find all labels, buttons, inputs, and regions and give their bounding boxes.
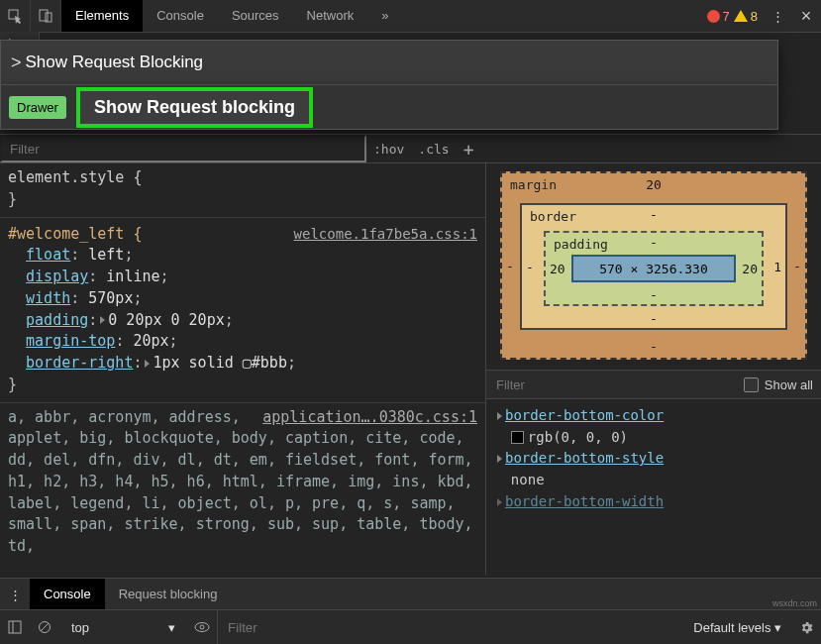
styles-filter-input[interactable]: [0, 135, 366, 162]
tab-elements[interactable]: Elements: [61, 0, 143, 32]
live-expression-icon[interactable]: [187, 621, 217, 633]
expand-icon[interactable]: [497, 455, 502, 463]
devtools-toolbar: Elements Console Sources Network » 7 8 ⋮…: [0, 0, 821, 33]
device-icon[interactable]: [31, 0, 61, 32]
console-sidebar-icon[interactable]: [0, 620, 30, 634]
svg-point-8: [200, 625, 204, 629]
command-prompt-icon: >: [11, 53, 22, 73]
drawer-tab-console[interactable]: Console: [30, 579, 105, 610]
cls-toggle[interactable]: .cls: [411, 142, 456, 157]
box-model[interactable]: margin 20 - - - border - - - 1 padding -…: [500, 171, 807, 360]
expand-icon[interactable]: [497, 412, 502, 420]
selector-list: a, abbr, acronym, address, applet, big, …: [8, 408, 473, 556]
svg-line-6: [41, 623, 49, 631]
console-toolbar: top▾ Default levels ▾: [0, 609, 821, 644]
computed-row[interactable]: border-bottom-style none: [494, 448, 813, 490]
console-settings-icon[interactable]: [791, 620, 821, 635]
add-rule-button[interactable]: +: [457, 139, 481, 160]
context-selector[interactable]: top▾: [59, 620, 187, 635]
tabs-overflow[interactable]: »: [367, 0, 402, 32]
styles-filter-bar: :hov .cls +: [0, 134, 821, 163]
command-category-chip: Drawer: [9, 96, 66, 119]
svg-rect-1: [40, 10, 48, 21]
source-link[interactable]: welcome.1fa7be5a.css:1: [294, 224, 477, 244]
tab-network[interactable]: Network: [293, 0, 368, 32]
svg-point-7: [195, 623, 209, 632]
command-input[interactable]: [24, 52, 768, 73]
command-input-row: >: [0, 40, 778, 85]
computed-filter-input[interactable]: [494, 376, 744, 393]
console-filter-input[interactable]: [226, 619, 683, 636]
close-icon[interactable]: ×: [791, 0, 821, 32]
clear-console-icon[interactable]: [30, 620, 59, 634]
error-badge[interactable]: 7: [707, 9, 730, 24]
show-all-label[interactable]: Show all: [765, 377, 813, 392]
border-label: border: [530, 209, 576, 224]
computed-row[interactable]: border-bottom-width: [494, 491, 813, 513]
site-watermark: wsxdn.com: [772, 598, 817, 608]
drawer-tabs: ⋮ Console Request blocking: [0, 578, 821, 610]
status-badges: 7 8: [701, 0, 764, 32]
show-all-checkbox[interactable]: [744, 377, 759, 392]
command-menu: > Drawer Show Request blocking: [0, 40, 778, 130]
svg-rect-3: [9, 621, 21, 633]
hov-toggle[interactable]: :hov: [366, 142, 411, 157]
warning-badge[interactable]: 8: [734, 9, 758, 24]
drawer-kebab-icon[interactable]: ⋮: [0, 588, 30, 602]
expand-icon[interactable]: [497, 498, 502, 506]
expand-icon[interactable]: [145, 360, 150, 368]
rule-welcome-left[interactable]: welcome.1fa7be5a.css:1 #welcome_left { f…: [0, 218, 485, 402]
tab-console[interactable]: Console: [143, 0, 218, 32]
rule-reset[interactable]: application….0380c.css:1 a, abbr, acrony…: [0, 403, 485, 562]
padding-label: padding: [554, 237, 608, 252]
kebab-menu-icon[interactable]: ⋮: [764, 0, 791, 32]
rule-inline[interactable]: element.style { }: [0, 161, 485, 217]
tab-sources[interactable]: Sources: [218, 0, 293, 32]
source-link[interactable]: application….0380c.css:1: [262, 407, 477, 429]
computed-list: border-bottom-color rgb(0, 0, 0) border-…: [486, 399, 821, 575]
inspect-icon[interactable]: [0, 0, 31, 32]
computed-row[interactable]: border-bottom-color rgb(0, 0, 0): [494, 405, 813, 448]
panel-tabs: Elements Console Sources Network »: [61, 0, 701, 32]
content-box[interactable]: 570 × 3256.330: [571, 255, 736, 282]
expand-icon[interactable]: [100, 316, 105, 324]
margin-label: margin: [510, 177, 557, 192]
styles-pane: element.style { } welcome.1fa7be5a.css:1…: [0, 161, 486, 575]
command-result-row[interactable]: Drawer Show Request blocking: [0, 85, 778, 130]
log-levels-selector[interactable]: Default levels ▾: [683, 620, 791, 635]
command-result-label: Show Request blocking: [76, 87, 313, 128]
drawer-tab-request-blocking[interactable]: Request blocking: [105, 579, 232, 610]
selector: #welcome_left {: [8, 225, 142, 243]
color-swatch-icon[interactable]: [511, 431, 524, 444]
computed-filter-bar: Show all: [486, 370, 821, 399]
